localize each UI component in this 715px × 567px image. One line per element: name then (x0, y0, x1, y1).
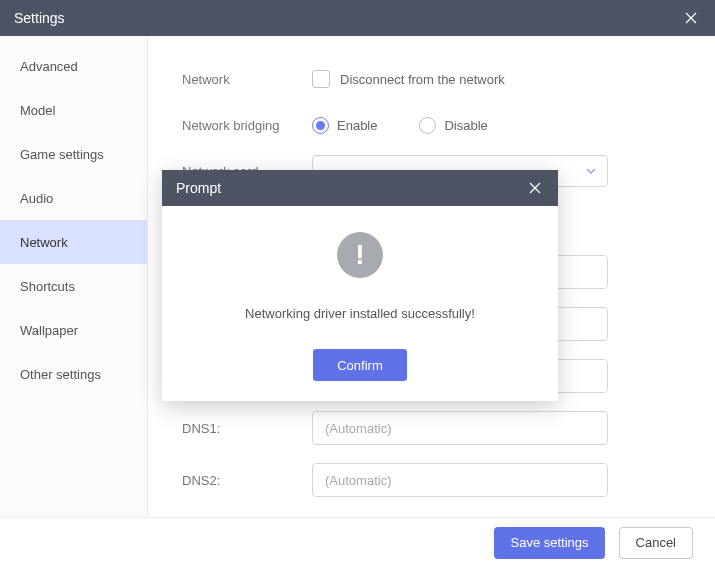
sidebar-item-label: Game settings (20, 147, 104, 162)
disconnect-label: Disconnect from the network (340, 72, 505, 87)
sidebar-item-label: Other settings (20, 367, 101, 382)
bridging-enable-radio[interactable]: Enable (312, 117, 377, 134)
sidebar-item-label: Advanced (20, 59, 78, 74)
dns1-label: DNS1: (182, 421, 312, 436)
footer: Save settings Cancel (0, 517, 715, 567)
cancel-button-label: Cancel (636, 535, 676, 550)
chevron-down-icon (585, 165, 597, 177)
sidebar-item-label: Network (20, 235, 68, 250)
dns2-input[interactable]: (Automatic) (312, 463, 608, 497)
sidebar-item-shortcuts[interactable]: Shortcuts (0, 264, 147, 308)
dialog-title: Prompt (176, 180, 221, 196)
sidebar-item-advanced[interactable]: Advanced (0, 44, 147, 88)
enable-label: Enable (337, 118, 377, 133)
dialog-body: ! Networking driver installed successful… (162, 206, 558, 401)
info-icon: ! (337, 232, 383, 278)
disable-label: Disable (444, 118, 487, 133)
bridging-radio-group: Enable Disable (312, 117, 488, 134)
sidebar-item-model[interactable]: Model (0, 88, 147, 132)
window-title: Settings (14, 10, 65, 26)
bridging-disable-radio[interactable]: Disable (419, 117, 487, 134)
sidebar: Advanced Model Game settings Audio Netwo… (0, 36, 148, 517)
sidebar-item-game-settings[interactable]: Game settings (0, 132, 147, 176)
close-icon[interactable] (681, 8, 701, 28)
dns1-placeholder: (Automatic) (325, 421, 391, 436)
sidebar-item-label: Audio (20, 191, 53, 206)
sidebar-item-wallpaper[interactable]: Wallpaper (0, 308, 147, 352)
cancel-button[interactable]: Cancel (619, 527, 693, 559)
sidebar-item-label: Shortcuts (20, 279, 75, 294)
sidebar-item-label: Model (20, 103, 55, 118)
disconnect-checkbox[interactable] (312, 70, 330, 88)
sidebar-item-other-settings[interactable]: Other settings (0, 352, 147, 396)
save-button[interactable]: Save settings (494, 527, 604, 559)
sidebar-item-network[interactable]: Network (0, 220, 147, 264)
save-button-label: Save settings (510, 535, 588, 550)
sidebar-item-audio[interactable]: Audio (0, 176, 147, 220)
confirm-button-label: Confirm (337, 358, 383, 373)
dns2-placeholder: (Automatic) (325, 473, 391, 488)
dialog-message: Networking driver installed successfully… (245, 306, 475, 321)
dialog-close-icon[interactable] (526, 179, 544, 197)
confirm-button[interactable]: Confirm (313, 349, 407, 381)
network-label: Network (182, 72, 312, 87)
dialog-header: Prompt (162, 170, 558, 206)
prompt-dialog: Prompt ! Networking driver installed suc… (162, 170, 558, 401)
dns2-label: DNS2: (182, 473, 312, 488)
bridging-label: Network bridging (182, 118, 312, 133)
dns1-input[interactable]: (Automatic) (312, 411, 608, 445)
sidebar-item-label: Wallpaper (20, 323, 78, 338)
titlebar: Settings (0, 0, 715, 36)
